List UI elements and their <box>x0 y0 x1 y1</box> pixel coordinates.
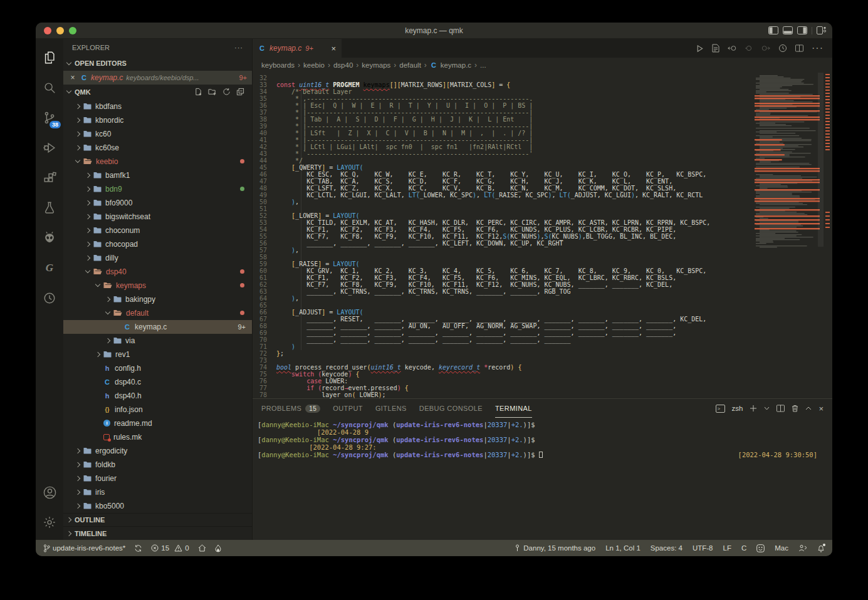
extensions-icon[interactable] <box>39 165 60 190</box>
tree-item-kc60se[interactable]: kc60se <box>63 141 252 155</box>
kill-terminal-icon[interactable] <box>792 405 798 412</box>
code-line[interactable]: 77 if (record→event.pressed) { <box>253 385 753 391</box>
breadcrumb-item[interactable]: keyboards <box>261 61 295 69</box>
previous-change-icon[interactable] <box>728 44 737 52</box>
tab-keymap-c[interactable]: C keymap.c 9+ × <box>253 39 342 58</box>
indentation-button[interactable]: Spaces: 4 <box>651 544 682 552</box>
collapse-folders-icon[interactable] <box>236 88 244 96</box>
cursor-position-button[interactable]: Ln 1, Col 1 <box>605 544 641 552</box>
code-line[interactable]: 56 _______, _______, _______, _______, K… <box>253 240 753 247</box>
panel-tab-problems[interactable]: PROBLEMS15 <box>261 399 320 418</box>
tree-item-chocopad[interactable]: chocopad <box>63 237 252 251</box>
tree-item-dsp40-h[interactable]: hdsp40.h <box>63 389 252 403</box>
panel-tab-terminal[interactable]: TERMINAL <box>495 399 532 418</box>
qmk-section-header[interactable]: QMK <box>63 85 252 100</box>
close-editor-icon[interactable]: × <box>68 73 77 82</box>
explorer-icon[interactable] <box>39 45 60 70</box>
tree-item-default[interactable]: default <box>63 306 252 320</box>
blame-annotation[interactable]: Danny, 15 months ago <box>514 544 595 552</box>
code-line[interactable]: 39 * |----------------------------------… <box>253 123 753 130</box>
tree-item-keebio[interactable]: keebio <box>63 155 252 168</box>
search-icon[interactable] <box>39 75 60 100</box>
language-mode-button[interactable]: C <box>741 544 746 552</box>
tree-item-fourier[interactable]: fourier <box>63 472 252 485</box>
tree-item-kbdfans[interactable]: kbdfans <box>63 100 252 113</box>
tree-item-bdn9[interactable]: bdn9 <box>63 182 252 196</box>
tree-item-readme-md[interactable]: ireadme.md <box>63 416 252 430</box>
code-line[interactable]: 32 <box>253 75 753 81</box>
tree-item-kbnordic[interactable]: kbnordic <box>63 113 252 127</box>
tree-item-choconum[interactable]: choconum <box>63 224 252 237</box>
code-line[interactable]: 49 KC_LCTL, KC_LGUI, KC_LALT, LT(_LOWER,… <box>253 192 753 199</box>
code-line[interactable]: 76 case LOWER: <box>253 378 753 385</box>
breadcrumb-item[interactable]: keymaps <box>362 61 390 69</box>
split-editor-icon[interactable] <box>795 44 803 52</box>
account-icon[interactable] <box>39 480 60 505</box>
feedback-smiley-button[interactable] <box>756 544 765 552</box>
code-line[interactable]: 50 ), <box>253 199 753 205</box>
code-line[interactable]: 48 KC_LSFT, KC_Z, KC_X, KC_C, KC_V, KC_B… <box>253 185 753 192</box>
panel-tab-gitlens[interactable]: GITLENS <box>375 399 407 418</box>
code-line[interactable]: 35 * ,----------------------------------… <box>253 95 753 102</box>
code-line[interactable]: 45 [_QWERTY] = LAYOUT( <box>253 164 753 171</box>
tree-item-keymap-c[interactable]: Ckeymap.c9+ <box>63 320 252 334</box>
code-line[interactable]: 53 KC_TILD, KC_EXLM, KC_AT, KC_HASH, KC_… <box>253 219 753 226</box>
tree-item-foldkb[interactable]: foldkb <box>63 458 252 472</box>
code-line[interactable]: 74bool process_record_user(uint16_t keyc… <box>253 364 753 371</box>
current-change-icon[interactable] <box>745 44 753 52</box>
tree-item-iris[interactable]: iris <box>63 485 252 499</box>
tree-item-dsp40[interactable]: dsp40 <box>63 265 252 279</box>
history-icon[interactable] <box>39 286 60 311</box>
tree-item-config-h[interactable]: hconfig.h <box>63 361 252 375</box>
open-editors-section-header[interactable]: OPEN EDITORS <box>63 56 252 71</box>
code-line[interactable]: 73 <box>253 357 753 364</box>
customize-layout-icon[interactable] <box>817 26 826 34</box>
git-branch-button[interactable]: update-iris-rev6-notes* <box>43 544 125 552</box>
sidebar-more-actions-icon[interactable]: ··· <box>234 44 243 51</box>
notifications-button[interactable] <box>817 544 825 552</box>
tree-item-kbo5000[interactable]: kbo5000 <box>63 499 252 513</box>
code-line[interactable]: 54 KC_F1, KC_F2, KC_F3, KC_F4, KC_F5, KC… <box>253 226 753 233</box>
code-line[interactable]: 78 layer_on(_LOWER); <box>253 391 753 398</box>
code-line[interactable]: 61 KC_F1, KC_F2, KC_F3, KC_F4, KC_F5, KC… <box>253 274 753 281</box>
code-line[interactable]: 37 * |----------------------------------… <box>253 109 753 116</box>
toggle-secondary-sidebar-icon[interactable] <box>797 26 807 34</box>
run-debug-icon[interactable] <box>39 135 60 160</box>
tab-close-icon[interactable]: × <box>331 44 336 53</box>
code-line[interactable]: 43 * `----------------------------------… <box>253 150 753 157</box>
new-folder-icon[interactable] <box>208 88 217 96</box>
open-preview-icon[interactable] <box>712 44 719 53</box>
code-line[interactable]: 62 KC_F7, KC_F8, KC_F9, KC_F10, KC_F11, … <box>253 281 753 288</box>
sync-changes-button[interactable] <box>134 544 142 552</box>
gitlens-icon[interactable]: G <box>39 256 60 281</box>
code-line[interactable]: 34 /* Default Layer <box>253 88 753 95</box>
testing-icon[interactable] <box>39 195 60 220</box>
next-change-icon[interactable] <box>761 44 770 52</box>
breadcrumb-item[interactable]: default <box>399 61 421 69</box>
os-indicator[interactable]: Mac <box>775 544 788 552</box>
code-line[interactable]: 59 [_RAISE] = LAYOUT( <box>253 261 753 267</box>
split-terminal-icon[interactable] <box>776 405 785 412</box>
breadcrumb-item[interactable]: keebio <box>303 61 325 69</box>
tree-item-via[interactable]: via <box>63 334 252 348</box>
new-terminal-icon[interactable] <box>750 405 757 412</box>
breadcrumb-item[interactable]: dsp40 <box>333 61 353 69</box>
close-panel-icon[interactable]: × <box>818 404 824 413</box>
minimap-scrollbar[interactable] <box>818 73 824 247</box>
code-line[interactable]: 57 ), <box>253 247 753 254</box>
run-icon[interactable] <box>696 44 704 53</box>
tree-item-dilly[interactable]: dilly <box>63 251 252 265</box>
more-actions-icon[interactable]: ··· <box>812 43 824 54</box>
refresh-icon[interactable] <box>222 88 231 96</box>
tree-item-dsp40-c[interactable]: Cdsp40.c <box>63 375 252 389</box>
code-line[interactable]: 71 ) <box>253 343 753 350</box>
tree-item-bfo9000[interactable]: bfo9000 <box>63 196 252 210</box>
code-line[interactable]: 41 * |----------------------------------… <box>253 137 753 143</box>
code-line[interactable]: 46 KC_ESC, KC_Q, KC_W, KC_E, KC_R, KC_T,… <box>253 171 753 178</box>
code-line[interactable]: 65 <box>253 302 753 309</box>
code-line[interactable]: 60 KC_GRV, KC_1, KC_2, KC_3, KC_4, KC_5,… <box>253 267 753 274</box>
code-line[interactable]: 66 [_ADJUST] = LAYOUT( <box>253 309 753 316</box>
panel-tab-output[interactable]: OUTPUT <box>333 399 363 418</box>
code-line[interactable]: 75 switch (keycode) { <box>253 371 753 378</box>
open-editor-item-keymap[interactable]: × C keymap.c keyboards/keebio/dsp... 9+ <box>63 71 252 85</box>
